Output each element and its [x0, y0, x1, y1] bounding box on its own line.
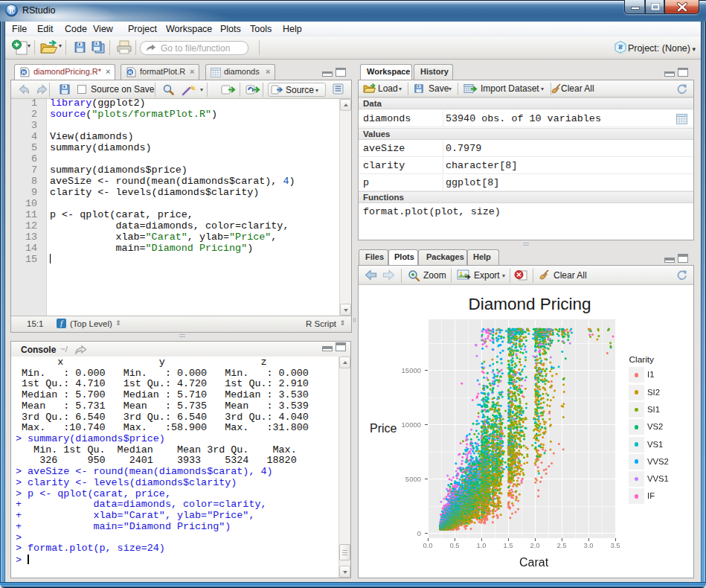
svg-text:R: R	[22, 69, 26, 76]
svg-text:R: R	[617, 43, 623, 51]
svg-text:R: R	[128, 69, 132, 76]
svg-text:R: R	[9, 7, 14, 15]
